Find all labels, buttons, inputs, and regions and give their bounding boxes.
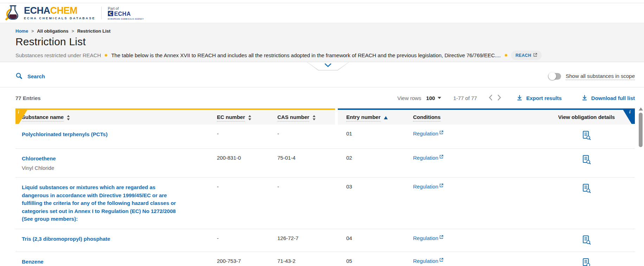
substance-link[interactable]: Liquid substances or mixtures which are … bbox=[22, 184, 179, 223]
view-rows-value: 100 bbox=[426, 95, 435, 101]
column-label[interactable]: Entry number bbox=[346, 114, 381, 121]
substance-link[interactable]: Polychlorinated terphenyls (PCTs) bbox=[22, 131, 108, 139]
part-of-echa[interactable]: Part of ECHA EUROPEAN CHEMICALS AGENCY bbox=[108, 6, 144, 20]
scrollbar-thumb[interactable] bbox=[639, 113, 643, 147]
sort-icon[interactable] bbox=[248, 115, 251, 120]
column-header-ec-number[interactable]: EC number bbox=[217, 108, 276, 125]
scope-label: Substances restricted under REACH bbox=[15, 52, 101, 58]
download-icon bbox=[581, 94, 588, 102]
regulation-link[interactable]: Regulation bbox=[413, 131, 443, 137]
entry-number-cell: 01 bbox=[338, 125, 405, 148]
row-section-gap bbox=[335, 178, 338, 229]
breadcrumb-all-obligations[interactable]: All obligations bbox=[37, 28, 69, 34]
logo-divider bbox=[101, 7, 102, 19]
cas-number-cell: - bbox=[276, 125, 335, 148]
regulation-link[interactable]: Regulation bbox=[413, 258, 443, 264]
view-obligation-details-button[interactable] bbox=[582, 258, 591, 266]
view-obligation-details-button[interactable] bbox=[582, 131, 591, 141]
view-obligation-details-button[interactable] bbox=[582, 184, 591, 194]
column-label[interactable]: EC number bbox=[217, 114, 245, 121]
flask-icon bbox=[5, 4, 21, 22]
external-link-icon bbox=[533, 53, 537, 58]
column-header-entry-number[interactable]: Entry number bbox=[338, 108, 405, 125]
regulation-label: Regulation bbox=[413, 258, 438, 264]
regulation-link[interactable]: Regulation bbox=[413, 155, 443, 161]
export-results-button[interactable]: Export results bbox=[516, 94, 562, 102]
column-label[interactable]: Substance name bbox=[22, 114, 64, 121]
column-header-substance-name[interactable]: Substance name bbox=[15, 108, 217, 125]
download-full-list-label: Download full list bbox=[591, 95, 635, 101]
document-magnifier-icon bbox=[582, 155, 591, 165]
document-magnifier-icon bbox=[582, 131, 591, 140]
search-label: Search bbox=[27, 73, 45, 79]
expand-description-button[interactable] bbox=[307, 62, 349, 71]
regulation-link[interactable]: Regulation bbox=[413, 184, 443, 189]
info-icon: i bbox=[18, 109, 19, 114]
previous-page-button[interactable] bbox=[486, 93, 495, 103]
scroll-up-icon[interactable] bbox=[639, 107, 643, 111]
part-of-brand: ECHA bbox=[114, 11, 131, 17]
chevron-down-icon bbox=[324, 63, 331, 67]
reach-legislation-badge[interactable]: REACH bbox=[511, 51, 542, 60]
sort-ascending-icon[interactable] bbox=[384, 116, 388, 119]
view-rows-label: View rows bbox=[397, 95, 421, 101]
regulation-link[interactable]: Regulation bbox=[413, 235, 443, 241]
cas-number-cell: 71-43-2 bbox=[276, 252, 335, 266]
view-obligation-details-button[interactable] bbox=[582, 155, 591, 165]
column-header-cas-number[interactable]: CAS number bbox=[276, 108, 335, 125]
row-section-gap bbox=[335, 229, 338, 252]
download-full-list-button[interactable]: Download full list bbox=[581, 94, 635, 102]
table-scrollbar[interactable] bbox=[638, 107, 643, 266]
brand-echa: ECHA bbox=[24, 5, 50, 16]
substance-link[interactable]: Chloroethene bbox=[22, 155, 56, 163]
view-rows-select[interactable]: 100 bbox=[426, 95, 441, 101]
next-page-button[interactable] bbox=[495, 93, 504, 103]
echa-chem-page: ECHACHEM ECHA CHEMICALS DATABASE Part of… bbox=[0, 0, 644, 266]
show-all-substances-toggle[interactable]: Show all substances in scope bbox=[548, 73, 635, 80]
part-of-label: Part of bbox=[108, 6, 144, 11]
reach-badge-label: REACH bbox=[516, 53, 532, 58]
echachem-logo[interactable]: ECHACHEM ECHA CHEMICALS DATABASE bbox=[5, 4, 96, 22]
entry-number-cell: 02 bbox=[338, 149, 405, 177]
top-strip bbox=[0, 0, 644, 3]
substance-link[interactable]: Tris (2,3 dibromopropyl) phosphate bbox=[22, 235, 110, 243]
cas-number-cell: - bbox=[276, 178, 335, 229]
brand-title: ECHACHEM bbox=[24, 6, 96, 15]
info-icon: i bbox=[629, 109, 631, 114]
column-header-conditions[interactable]: Conditions bbox=[405, 108, 538, 125]
regulation-label: Regulation bbox=[413, 131, 438, 137]
page-subtitle: Substances restricted under REACH The ta… bbox=[15, 51, 635, 60]
external-link-icon bbox=[439, 184, 443, 187]
page-header: Home > All obligations > Restriction Lis… bbox=[0, 23, 644, 62]
ec-number-cell: 200-753-7 bbox=[217, 252, 276, 266]
column-label[interactable]: CAS number bbox=[277, 114, 309, 121]
brand-tagline: ECHA CHEMICALS DATABASE bbox=[24, 16, 96, 20]
row-section-gap bbox=[335, 125, 338, 148]
external-link-icon bbox=[439, 235, 443, 239]
column-header-view-obligation-details: View obligation details bbox=[538, 108, 635, 125]
sort-icon[interactable] bbox=[67, 115, 70, 120]
table-header: i i Substance name EC number CAS number … bbox=[15, 108, 635, 125]
toggle-switch-icon[interactable] bbox=[548, 73, 561, 80]
external-link-icon bbox=[439, 258, 443, 262]
part-of-brand-sub: EUROPEAN CHEMICALS AGENCY bbox=[108, 18, 144, 20]
list-controls: 77 Entries View rows 100 1-77 of 77 Expo… bbox=[0, 87, 644, 108]
sort-icon[interactable] bbox=[313, 115, 316, 120]
breadcrumb-home[interactable]: Home bbox=[15, 28, 28, 34]
ec-number-cell: - bbox=[217, 125, 276, 148]
document-magnifier-icon bbox=[582, 184, 591, 193]
ec-number-cell: - bbox=[217, 178, 276, 229]
breadcrumb-separator: > bbox=[72, 29, 74, 34]
substance-link[interactable]: Benzene bbox=[22, 258, 44, 266]
table-row: Tris (2,3 dibromopropyl) phosphate - 126… bbox=[15, 229, 635, 252]
ec-number-cell: 200-831-0 bbox=[217, 149, 276, 177]
view-obligation-details-button[interactable] bbox=[582, 235, 591, 246]
column-label[interactable]: Conditions bbox=[413, 114, 440, 121]
header-section-gap bbox=[335, 108, 338, 125]
table-row: Benzene 200-753-7 71-43-2 05 Regulation bbox=[15, 252, 635, 266]
brand-text: ECHACHEM ECHA CHEMICALS DATABASE bbox=[24, 6, 96, 20]
search-button[interactable]: Search bbox=[15, 72, 45, 80]
toggle-label: Show all substances in scope bbox=[566, 73, 635, 80]
page-description: The table below is the Annex XVII to REA… bbox=[111, 52, 501, 58]
bullet-dot-icon bbox=[105, 54, 107, 56]
